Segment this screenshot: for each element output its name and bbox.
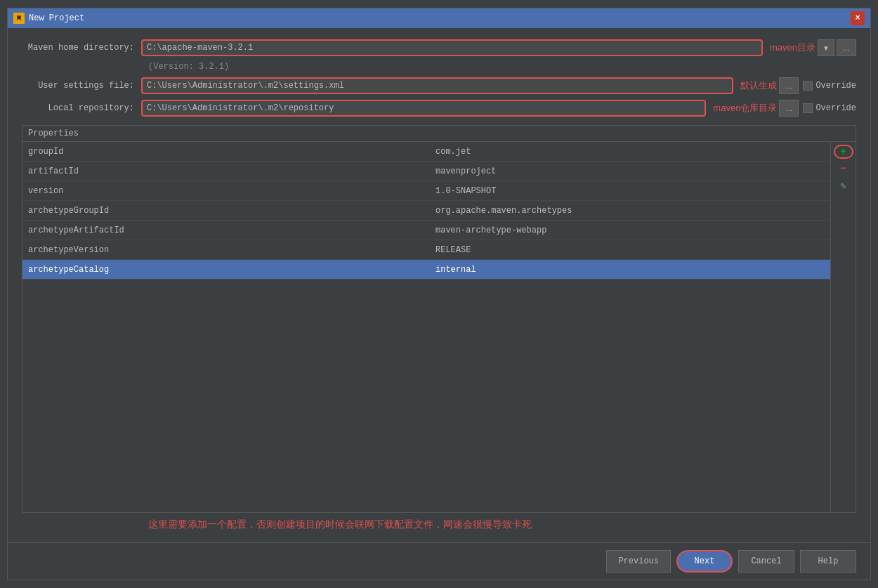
properties-label: Properties (28, 129, 79, 138)
prop-key: groupId (22, 147, 430, 157)
maven-home-field-wrap: maven目录 (141, 39, 815, 56)
prop-key: archetypeArtifactId (22, 226, 430, 235)
new-project-dialog: M New Project × Maven home directory: ma… (7, 8, 871, 580)
cancel-button[interactable]: Cancel (738, 550, 794, 573)
user-settings-label: User settings file: (22, 81, 141, 91)
local-repo-override-wrap: Override (803, 103, 856, 113)
prop-value: mavenproject (430, 166, 830, 176)
add-property-button[interactable]: + (834, 145, 853, 159)
user-settings-override-label: Override (815, 81, 856, 91)
version-row: (Version: 3.2.1) (148, 62, 856, 72)
prop-key: artifactId (22, 166, 430, 176)
dialog-content: Maven home directory: maven目录 ▼ ... (Ver… (8, 28, 870, 542)
help-button[interactable]: Help (800, 550, 856, 573)
local-repo-input[interactable] (141, 100, 706, 117)
app-icon: M (13, 13, 25, 24)
title-bar: M New Project × (8, 8, 870, 28)
prop-key: archetypeVersion (22, 245, 430, 255)
prop-value: com.jet (430, 147, 830, 157)
prop-key: version (22, 186, 430, 196)
properties-table-wrap: groupIdcom.jetartifactIdmavenprojectvers… (22, 142, 830, 512)
local-repo-override-checkbox[interactable] (803, 103, 813, 113)
local-repo-override-label: Override (815, 103, 856, 113)
prop-value: 1.0-SNAPSHOT (430, 186, 830, 196)
table-row[interactable]: archetypeArtifactIdmaven-archetype-webap… (22, 221, 830, 240)
table-row[interactable]: groupIdcom.jet (22, 142, 830, 162)
maven-home-input-wrap: maven目录 ▼ ... (141, 39, 856, 56)
dialog-title: New Project (29, 13, 851, 23)
dialog-footer: Previous Next Cancel Help (8, 542, 870, 580)
edit-property-button[interactable]: ✎ (834, 178, 853, 192)
local-repo-annotation: maven仓库目录 (713, 102, 777, 115)
prop-value: maven-archetype-webapp (430, 226, 830, 235)
version-text: (Version: 3.2.1) (148, 62, 229, 72)
prop-value: RELEASE (430, 245, 830, 255)
maven-home-annotation: maven目录 (770, 41, 815, 54)
user-settings-row: User settings file: 默认生成 ... Override (22, 77, 856, 94)
local-repo-row: Local repository: maven仓库目录 ... Override (22, 100, 856, 117)
next-button[interactable]: Next (676, 550, 733, 573)
annotation-warning: 这里需要添加一个配置，否则创建项目的时候会联网下载配置文件，网速会很慢导致卡死 (148, 518, 856, 531)
prop-rows-wrap: groupIdcom.jetartifactIdmavenprojectvers… (22, 142, 830, 512)
local-repo-label: Local repository: (22, 103, 141, 113)
user-settings-field-wrap: 默认生成 (141, 77, 777, 94)
remove-property-button[interactable]: − (834, 162, 853, 176)
local-repo-browse[interactable]: ... (779, 100, 799, 117)
properties-container: groupIdcom.jetartifactIdmavenprojectvers… (22, 142, 856, 512)
table-row[interactable]: archetypeCataloginternal (22, 260, 830, 280)
table-row[interactable]: artifactIdmavenproject (22, 162, 830, 181)
maven-home-row: Maven home directory: maven目录 ▼ ... (22, 39, 856, 56)
close-button[interactable]: × (851, 11, 865, 25)
properties-section: Properties groupIdcom.jetartifactIdmaven… (22, 125, 856, 513)
user-settings-override-wrap: Override (803, 81, 856, 91)
side-actions: + − ✎ (830, 142, 856, 512)
user-settings-input-wrap: 默认生成 ... Override (141, 77, 856, 94)
prop-value: internal (430, 265, 830, 275)
user-settings-annotation: 默认生成 (740, 79, 777, 92)
user-settings-browse[interactable]: ... (779, 77, 799, 94)
prop-key: archetypeCatalog (22, 265, 430, 275)
previous-button[interactable]: Previous (606, 550, 671, 573)
maven-home-dropdown[interactable]: ▼ (818, 39, 834, 56)
table-row[interactable]: archetypeGroupIdorg.apache.maven.archety… (22, 201, 830, 221)
user-settings-input[interactable] (141, 77, 733, 94)
local-repo-field-wrap: maven仓库目录 (141, 100, 777, 117)
user-settings-override-checkbox[interactable] (803, 81, 813, 91)
prop-value: org.apache.maven.archetypes (430, 206, 830, 216)
maven-home-browse[interactable]: ... (837, 39, 856, 56)
properties-header: Properties (22, 126, 856, 142)
table-row[interactable]: archetypeVersionRELEASE (22, 240, 830, 260)
local-repo-input-wrap: maven仓库目录 ... Override (141, 100, 856, 117)
maven-home-input[interactable] (141, 39, 763, 56)
prop-key: archetypeGroupId (22, 206, 430, 216)
table-row[interactable]: version1.0-SNAPSHOT (22, 181, 830, 201)
maven-home-label: Maven home directory: (22, 43, 141, 53)
